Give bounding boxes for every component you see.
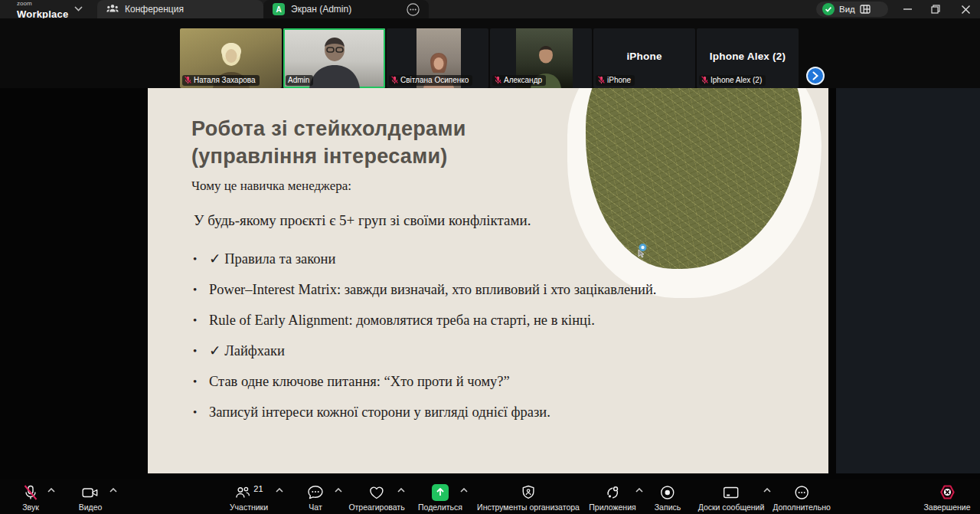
video-tile-audio-only[interactable]: Iphone Alex (2) Iphone Alex (2) (697, 28, 799, 88)
slide-bullet: Записуй інтереси кожної сторони у вигляд… (191, 405, 697, 420)
reactions-options-chevron[interactable] (397, 488, 405, 493)
stage-right-panel (836, 88, 980, 473)
slide-intro1: Чому це навичка менеджера: (191, 178, 697, 194)
whiteboards-label: Доски сообщений (698, 503, 765, 512)
participant-name: Наталя Захарова (194, 76, 256, 84)
slide-body: Чому це навичка менеджера: У будь-якому … (191, 178, 697, 436)
more-button[interactable]: Дополнительно (773, 483, 831, 512)
audio-label: Звук (22, 503, 39, 512)
host-tools-label: Инструменты организатора (477, 503, 580, 512)
mic-muted-icon (22, 483, 39, 502)
camera-icon (79, 483, 103, 502)
filmstrip-next-button[interactable] (806, 67, 825, 85)
share-screen-button[interactable]: Поделиться (418, 483, 462, 512)
participant-name: Iphone Alex (2) (710, 76, 762, 84)
zoom-logo-text: zoom (17, 1, 68, 7)
view-label: Вид (839, 5, 855, 14)
more-ellipsis-icon (773, 483, 831, 502)
video-tile-audio-only[interactable]: iPhone iPhone (593, 28, 695, 88)
apps-label: Приложения (589, 503, 635, 512)
presenter-cursor-icon (635, 243, 648, 258)
record-button[interactable]: Запись (655, 483, 681, 512)
video-options-chevron[interactable] (109, 488, 117, 493)
slide-bullet: Rule of Early Alignment: домовлятися тре… (191, 313, 697, 328)
more-label: Дополнительно (773, 503, 831, 512)
zoom-window: zoom Workplace Конференция A Экран (Admi… (0, 0, 980, 514)
participant-name-pill: Наталя Захарова (182, 75, 260, 86)
chat-options-chevron[interactable] (335, 488, 342, 493)
video-button[interactable]: Видео (79, 483, 103, 512)
video-tile-active-speaker[interactable]: Admin (283, 28, 385, 88)
slide-title-line2: (управління інтересами) (191, 142, 466, 170)
participants-options-chevron[interactable] (276, 488, 283, 493)
apps-icon (589, 483, 635, 502)
mic-muted-icon (701, 76, 708, 84)
video-tile[interactable]: Александр (490, 28, 592, 88)
mic-muted-icon (598, 76, 605, 84)
tab-screen-label: Экран (Admin) (291, 4, 351, 15)
view-menu[interactable]: Вид (816, 2, 888, 17)
shield-icon (477, 483, 580, 502)
apps-options-chevron[interactable] (635, 488, 643, 493)
audio-options-chevron[interactable] (47, 488, 55, 493)
tab-meeting[interactable]: Конференция (97, 0, 263, 18)
participant-name-pill: Александр (492, 75, 546, 86)
participants-button[interactable]: 21 Участники (230, 483, 268, 512)
tab-screen-share[interactable]: A Экран (Admin) (263, 0, 429, 18)
heart-icon (348, 483, 404, 502)
slide-intro2: У будь-якому проєкті є 5+ груп зі своїми… (194, 212, 697, 229)
participant-name-pill: Iphone Alex (2) (699, 75, 766, 86)
reactions-label: Отреагировать (348, 503, 404, 512)
participant-name: iPhone (607, 76, 631, 84)
chat-label: Чат (307, 503, 325, 512)
whiteboards-button[interactable]: Доски сообщений (698, 483, 765, 512)
person-silhouette (305, 34, 364, 88)
share-screen-label: Поделиться (418, 503, 462, 512)
minimize-button[interactable] (894, 0, 920, 18)
apps-button[interactable]: Приложения (589, 483, 635, 512)
participant-display-name: iPhone (593, 51, 695, 62)
participant-name: Admin (288, 76, 309, 84)
record-label: Запись (655, 503, 681, 512)
end-meeting-label: Завершение (923, 503, 970, 512)
host-tools-button[interactable]: Инструменты организатора (477, 483, 580, 512)
record-icon (655, 483, 681, 502)
close-button[interactable] (952, 0, 978, 18)
filmstrip: Наталя Захарова Admin Світлана Осипенко (0, 18, 980, 88)
whiteboards-options-chevron[interactable] (763, 488, 771, 493)
slide-title: Робота зі стейкхолдерами (управління інт… (191, 115, 466, 170)
titlebar: zoom Workplace Конференция A Экран (Admi… (0, 0, 980, 18)
share-options-chevron[interactable] (460, 488, 468, 493)
end-meeting-icon (923, 483, 970, 502)
slide-bullet: Став одне ключове питання: “Хто проти й … (191, 375, 697, 389)
zoom-workplace-logo[interactable]: zoom Workplace (17, 1, 68, 20)
participant-name: Александр (504, 76, 542, 84)
tab-meeting-label: Конференция (125, 4, 184, 15)
audio-button[interactable]: Звук (22, 483, 39, 512)
meeting-toolbar: Звук Видео 21 Участники Чат (0, 479, 980, 514)
slide-bullet-list: ✓ Правила та закони Power–Interest Matri… (191, 252, 697, 420)
admin-avatar: A (273, 3, 285, 15)
participants-label: Участники (230, 503, 268, 512)
reactions-button[interactable]: Отреагировать (348, 483, 404, 512)
participants-count: 21 (253, 484, 263, 493)
slide-bullet: Power–Interest Matrix: завжди визначай, … (191, 283, 697, 297)
chat-button[interactable]: Чат (307, 483, 325, 512)
mic-muted-icon (185, 76, 191, 84)
video-tile[interactable]: Наталя Захарова (180, 28, 282, 88)
security-shield-icon (822, 3, 835, 15)
participant-name-pill: iPhone (596, 75, 635, 86)
video-tile[interactable]: Світлана Осипенко (387, 28, 488, 88)
restore-button[interactable] (923, 0, 949, 18)
slide-bullet: ✓ Лайфхаки (191, 344, 697, 358)
share-screen-icon (432, 484, 449, 501)
end-meeting-button[interactable]: Завершение (923, 483, 970, 512)
participant-name: Світлана Осипенко (400, 76, 469, 84)
chevron-down-icon[interactable] (74, 6, 83, 11)
shared-screen-stage: Робота зі стейкхолдерами (управління інт… (0, 88, 980, 479)
tab-options-icon[interactable] (407, 3, 420, 16)
chat-icon (307, 483, 325, 502)
participant-name-pill: Світлана Осипенко (389, 75, 472, 86)
mic-muted-icon (495, 76, 501, 84)
participant-name-pill: Admin (286, 75, 313, 86)
